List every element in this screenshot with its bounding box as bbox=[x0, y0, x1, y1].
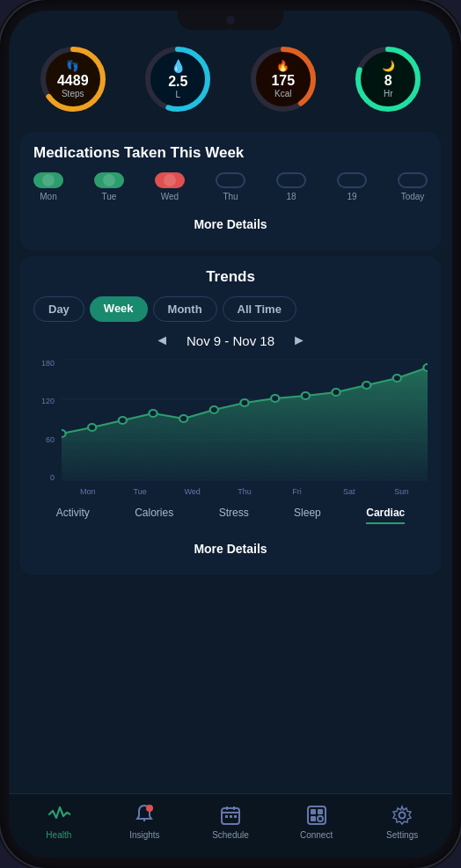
nav-settings[interactable]: Settings bbox=[376, 803, 428, 840]
med-day-thu: Thu bbox=[216, 172, 245, 201]
phone-screen: 👣 4489 Steps 💧 2.5 L bbox=[9, 11, 452, 857]
med-pill-tue bbox=[94, 172, 124, 188]
health-heart-icon bbox=[48, 804, 70, 827]
sleep-label: Hr bbox=[384, 89, 393, 98]
next-date-arrow[interactable]: ► bbox=[292, 332, 306, 348]
bell-icon bbox=[134, 804, 155, 827]
svg-point-21 bbox=[332, 389, 340, 396]
nav-settings-label: Settings bbox=[386, 830, 418, 840]
steps-ring[interactable]: 👣 4489 Steps bbox=[38, 44, 108, 114]
svg-point-24 bbox=[423, 364, 428, 371]
trends-card: Trends Day Week Month All Time ◄ Nov 9 -… bbox=[19, 256, 442, 575]
metric-cardiac[interactable]: Cardiac bbox=[366, 507, 405, 524]
svg-rect-32 bbox=[230, 815, 232, 818]
svg-point-15 bbox=[149, 410, 157, 417]
tab-day[interactable]: Day bbox=[33, 296, 84, 322]
trends-more-details[interactable]: More Details bbox=[33, 535, 428, 563]
svg-rect-35 bbox=[311, 809, 316, 814]
med-pill-wed bbox=[155, 172, 185, 188]
medications-card: Medications Taken This Week Mon bbox=[19, 132, 442, 251]
nav-schedule[interactable]: Schedule bbox=[204, 803, 257, 840]
medications-days: Mon Tue bbox=[33, 172, 428, 201]
med-day-19: 19 bbox=[337, 172, 367, 201]
nav-insights-label: Insights bbox=[129, 830, 159, 840]
bottom-nav: Health Insights bbox=[9, 793, 452, 857]
calories-ring[interactable]: 🔥 175 Kcal bbox=[248, 44, 318, 114]
svg-point-16 bbox=[179, 415, 187, 422]
metric-sleep[interactable]: Sleep bbox=[294, 507, 321, 524]
camera bbox=[226, 16, 235, 25]
svg-rect-37 bbox=[311, 816, 316, 821]
svg-point-23 bbox=[393, 375, 401, 382]
tab-month[interactable]: Month bbox=[153, 296, 217, 322]
medications-title: Medications Taken This Week bbox=[33, 144, 428, 162]
phone-frame: 👣 4489 Steps 💧 2.5 L bbox=[0, 0, 461, 868]
svg-point-13 bbox=[88, 424, 96, 431]
svg-point-20 bbox=[302, 392, 310, 399]
nav-connect-label: Connect bbox=[300, 830, 333, 840]
svg-point-22 bbox=[362, 382, 370, 389]
svg-point-18 bbox=[240, 399, 248, 406]
svg-point-17 bbox=[210, 406, 218, 413]
svg-point-38 bbox=[318, 816, 323, 821]
stats-bar: 👣 4489 Steps 💧 2.5 L bbox=[9, 37, 452, 127]
nav-insights[interactable]: Insights bbox=[118, 803, 171, 840]
svg-rect-34 bbox=[308, 806, 326, 824]
water-label: L bbox=[175, 90, 180, 99]
nav-connect[interactable]: Connect bbox=[290, 803, 343, 840]
nav-schedule-label: Schedule bbox=[212, 830, 249, 840]
screen-content: 👣 4489 Steps 💧 2.5 L bbox=[9, 11, 452, 857]
nav-health[interactable]: Health bbox=[33, 803, 85, 840]
metric-tabs: Activity Calories Stress Sleep Cardiac bbox=[33, 507, 428, 528]
date-navigation: ◄ Nov 9 - Nov 18 ► bbox=[33, 332, 428, 348]
tab-week[interactable]: Week bbox=[90, 296, 148, 322]
svg-point-39 bbox=[399, 813, 406, 819]
nav-connect-icon-wrap bbox=[304, 803, 329, 828]
prev-date-arrow[interactable]: ◄ bbox=[155, 332, 169, 348]
trends-tabs: Day Week Month All Time bbox=[33, 296, 428, 322]
steps-value: 4489 bbox=[57, 73, 89, 89]
med-pill-19 bbox=[337, 172, 367, 188]
sleep-icon: 🌙 bbox=[382, 60, 395, 72]
nav-insights-icon-wrap bbox=[132, 803, 157, 828]
med-day-mon: Mon bbox=[33, 172, 63, 201]
water-ring[interactable]: 💧 2.5 L bbox=[143, 44, 213, 114]
chart-svg-area bbox=[62, 359, 428, 482]
water-value: 2.5 bbox=[168, 74, 187, 90]
metric-activity[interactable]: Activity bbox=[56, 507, 90, 524]
svg-rect-33 bbox=[234, 815, 237, 818]
med-day-18: 18 bbox=[276, 172, 306, 201]
med-day-today: Today bbox=[398, 172, 428, 201]
calendar-icon bbox=[220, 805, 241, 826]
connect-icon bbox=[306, 805, 327, 826]
sleep-value: 8 bbox=[384, 73, 392, 89]
svg-point-14 bbox=[119, 417, 127, 424]
steps-label: Steps bbox=[62, 89, 84, 98]
svg-point-26 bbox=[146, 805, 153, 812]
calories-value: 175 bbox=[271, 73, 295, 89]
metric-stress[interactable]: Stress bbox=[219, 507, 249, 524]
calories-icon: 🔥 bbox=[276, 60, 289, 72]
trend-chart: 0 60 120 180 bbox=[33, 359, 428, 500]
gear-icon bbox=[391, 805, 413, 826]
tab-alltime[interactable]: All Time bbox=[223, 296, 296, 322]
svg-point-19 bbox=[271, 395, 279, 402]
sleep-ring[interactable]: 🌙 8 Hr bbox=[353, 44, 423, 114]
med-pill-18 bbox=[276, 172, 306, 188]
nav-settings-icon-wrap bbox=[390, 803, 414, 828]
chart-y-axis: 0 60 120 180 bbox=[33, 359, 58, 482]
main-scroll: Medications Taken This Week Mon bbox=[9, 127, 452, 793]
medications-more-details[interactable]: More Details bbox=[33, 210, 428, 238]
trends-title: Trends bbox=[33, 268, 428, 286]
nav-schedule-icon-wrap bbox=[218, 803, 243, 828]
chart-x-axis: Mon Tue Wed Thu Fri Sat Sun bbox=[62, 484, 428, 500]
nav-health-label: Health bbox=[46, 830, 71, 840]
steps-icon: 👣 bbox=[66, 60, 79, 72]
svg-rect-36 bbox=[318, 809, 323, 814]
nav-health-icon-wrap bbox=[47, 803, 71, 828]
med-pill-mon bbox=[33, 172, 63, 188]
metric-calories[interactable]: Calories bbox=[135, 507, 173, 524]
med-pill-thu bbox=[216, 172, 245, 188]
calories-label: Kcal bbox=[274, 89, 291, 98]
med-day-tue: Tue bbox=[94, 172, 124, 201]
